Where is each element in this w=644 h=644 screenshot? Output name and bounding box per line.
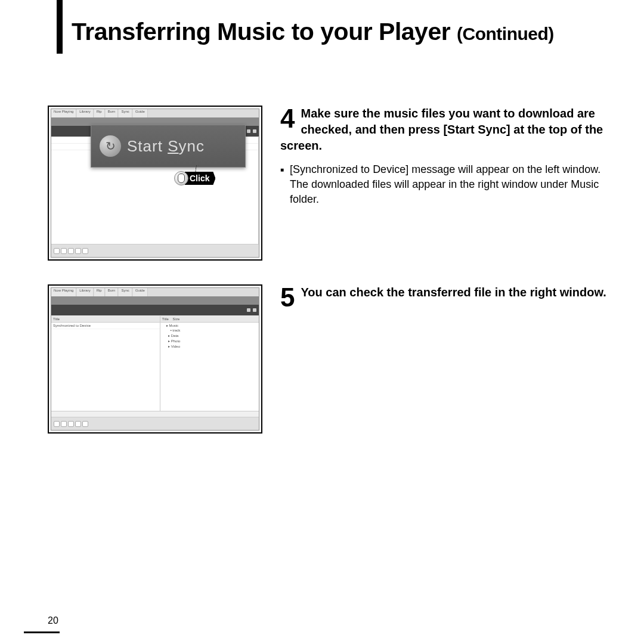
tree-row: ▪ track: [160, 328, 259, 333]
wmp-tab: Now Playing: [51, 109, 76, 117]
tree-row: ▸ Data: [160, 333, 259, 338]
play-control: [61, 421, 67, 427]
step-5-text: 5 You can check the transferred file in …: [280, 284, 620, 434]
mouse-icon: [174, 171, 188, 185]
wmp-toolbar: [51, 305, 259, 315]
page-number: 20: [48, 615, 58, 626]
status-bar: [51, 411, 259, 417]
wmp-playback-bar: [51, 244, 259, 257]
wmp-tab: Rip: [94, 109, 105, 117]
page-title: Transferring Music to your Player (Conti…: [72, 18, 620, 46]
wmp-tab: Guide: [133, 288, 148, 296]
wmp-tab: Guide: [133, 109, 148, 117]
sync-label-rest: ync: [178, 137, 204, 155]
wmp-tabs: Now Playing Library Rip Burn Sync Guide: [51, 109, 259, 117]
list-row: Synchronized to Device: [51, 323, 160, 329]
column-header: Title Size: [160, 316, 259, 323]
title-block: Transferring Music to your Player (Conti…: [48, 18, 620, 46]
play-control: [68, 421, 74, 427]
click-callout: Click: [174, 171, 215, 185]
click-label: Click: [185, 172, 215, 185]
wmp-playback-bar: [51, 417, 259, 430]
column-header: Title: [51, 316, 160, 323]
step-4-bold: Make sure the music files you want to do…: [280, 106, 620, 154]
start-sync-button-overlay: ↻ Start Sync: [91, 125, 246, 168]
sync-label-underline: S: [168, 137, 178, 155]
play-control: [82, 248, 88, 254]
wmp-body: Title Synchronized to Device Title Size …: [51, 316, 259, 412]
tree-row: ▸ Photo: [160, 338, 259, 343]
play-control: [75, 248, 81, 254]
screenshot-step-5: Now Playing Library Rip Burn Sync Guide …: [48, 284, 262, 434]
wmp-tab: Rip: [94, 288, 105, 296]
wmp-window: Now Playing Library Rip Burn Sync Guide …: [51, 287, 259, 431]
title-accent-bar: [57, 0, 63, 54]
wmp-right-pane: Title Size ▸ Music ▪ track ▸ Data ▸ Phot…: [160, 316, 259, 412]
wmp-tab: Sync: [119, 288, 132, 296]
wmp-tab: Library: [77, 288, 93, 296]
title-main: Transferring Music to your Player: [72, 18, 450, 45]
bullet-icon: ■: [280, 166, 284, 208]
step-5-row: Now Playing Library Rip Burn Sync Guide …: [48, 284, 620, 434]
step-4-detail: ■ [Synchronized to Device] message will …: [280, 162, 620, 208]
sync-icon: ↻: [100, 135, 121, 157]
manual-page: Transferring Music to your Player (Conti…: [0, 0, 644, 644]
step-5-bold: You can check the transferred file in th…: [280, 284, 620, 301]
wmp-tabs: Now Playing Library Rip Burn Sync Guide: [51, 288, 259, 296]
play-control: [68, 248, 74, 254]
step-4-text: 4 Make sure the music files you want to …: [280, 106, 620, 261]
title-suffix: (Continued): [457, 24, 554, 44]
wmp-tab: Sync: [119, 109, 132, 117]
page-number-accent: [24, 631, 60, 633]
toolbar-button: [253, 129, 256, 133]
tree-row: ▸ Video: [160, 343, 259, 349]
step-number: 4: [280, 106, 295, 132]
tree-row: ▸ Music: [160, 323, 259, 328]
start-sync-label: Start Sync: [127, 137, 205, 156]
step-4-row: Now Playing Library Rip Burn Sync Guide: [48, 106, 620, 261]
play-control: [61, 248, 67, 254]
play-control: [54, 248, 60, 254]
wmp-tab: Library: [77, 109, 93, 117]
sync-label-prefix: Start: [127, 137, 168, 155]
step-number: 5: [280, 284, 295, 311]
step-4-detail-text: [Synchronized to Device] message will ap…: [290, 162, 620, 208]
wmp-tab: Burn: [106, 288, 119, 296]
play-control: [75, 421, 81, 427]
play-control: [54, 421, 60, 427]
wmp-subbar: [51, 296, 259, 305]
wmp-tab: Now Playing: [51, 288, 76, 296]
wmp-left-pane: Title Synchronized to Device: [51, 316, 160, 412]
toolbar-button: [247, 308, 250, 312]
toolbar-button: [247, 129, 250, 133]
screenshot-step-4: Now Playing Library Rip Burn Sync Guide: [48, 106, 262, 261]
wmp-tab: Burn: [106, 109, 119, 117]
play-control: [82, 421, 88, 427]
toolbar-button: [253, 308, 256, 312]
